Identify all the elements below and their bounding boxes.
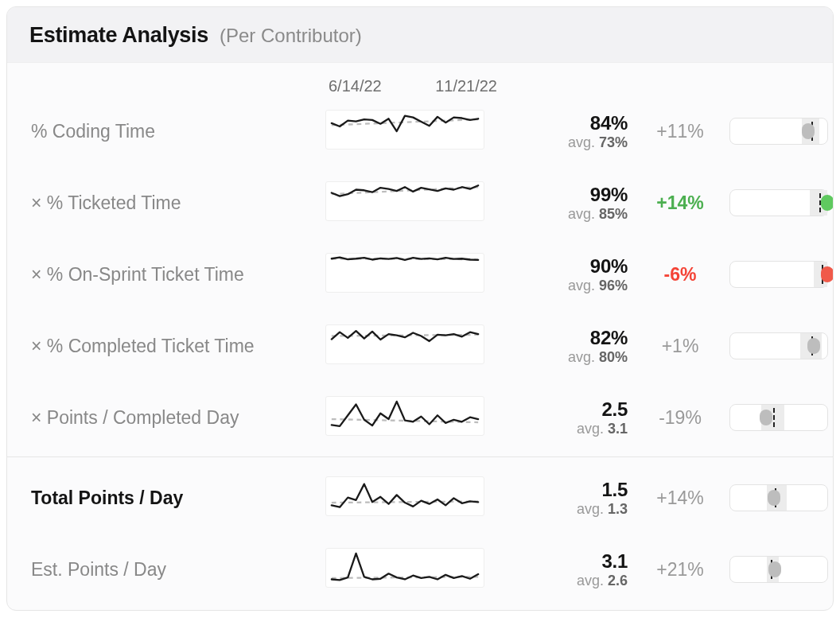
- indicator-cell: [723, 189, 834, 216]
- sparkline-chart: [325, 110, 484, 150]
- metric-change: -19%: [628, 407, 723, 429]
- metric-avg: avg. 2.6: [515, 573, 628, 589]
- metric-value: 82%: [515, 327, 628, 349]
- metric-avg: avg. 85%: [515, 206, 628, 223]
- metric-change: +21%: [628, 559, 723, 581]
- sparkline-cell: [325, 181, 500, 224]
- indicator-cell: [723, 118, 834, 145]
- metric-change: +11%: [628, 121, 723, 142]
- sparkline-chart: [325, 396, 484, 436]
- metric-value: 84%: [515, 112, 628, 134]
- indicator-cell: [723, 332, 834, 359]
- sparkline-cell: [325, 548, 500, 591]
- metric-label: × % Ticketed Time: [7, 192, 325, 214]
- distribution-indicator: [729, 332, 828, 359]
- distribution-indicator: [729, 556, 828, 583]
- metric-label: × % On-Sprint Ticket Time: [7, 264, 325, 285]
- metric-row: Total Points / Day 1.5 avg. 1.3 +14%: [7, 462, 833, 534]
- sparkline-chart: [325, 253, 484, 293]
- distribution-indicator: [729, 484, 828, 511]
- sparkline-cell: [325, 324, 500, 367]
- metric-change: +1%: [628, 336, 723, 357]
- panel-title: Estimate Analysis: [29, 23, 208, 48]
- sparkline-chart: [325, 324, 484, 364]
- metric-values: 90% avg. 96%: [500, 255, 628, 294]
- metric-label: Total Points / Day: [7, 487, 325, 509]
- metric-row: × % Ticketed Time 99% avg. 85% +14%: [7, 167, 833, 239]
- distribution-indicator: [729, 189, 828, 216]
- estimate-analysis-panel: Estimate Analysis (Per Contributor) 6/14…: [6, 6, 834, 611]
- panel-subtitle: (Per Contributor): [220, 25, 362, 47]
- date-range-row: 6/14/22 11/21/22: [7, 63, 833, 95]
- metric-avg: avg. 3.1: [515, 421, 628, 437]
- sparkline-cell: [325, 476, 500, 519]
- date-start: 6/14/22: [329, 77, 382, 95]
- metric-values: 99% avg. 85%: [500, 184, 628, 223]
- sparkline-cell: [325, 396, 500, 439]
- metric-row: % Coding Time 84% avg. 73% +11%: [7, 95, 833, 167]
- metric-values: 1.5 avg. 1.3: [500, 479, 628, 518]
- sparkline-cell: [325, 110, 500, 153]
- metric-rows-bottom: Total Points / Day 1.5 avg. 1.3 +14% Est…: [7, 457, 833, 610]
- sparkline-cell: [325, 253, 500, 296]
- metric-values: 84% avg. 73%: [500, 112, 628, 151]
- indicator-cell: [723, 484, 834, 511]
- metric-row: × % On-Sprint Ticket Time 90% avg. 96% -…: [7, 239, 833, 310]
- metric-change: +14%: [628, 192, 723, 214]
- metric-values: 2.5 avg. 3.1: [500, 398, 628, 437]
- sparkline-chart: [325, 476, 484, 516]
- indicator-cell: [723, 556, 834, 583]
- distribution-indicator: [729, 261, 828, 288]
- metric-value: 3.1: [515, 550, 628, 573]
- metric-rows-top: % Coding Time 84% avg. 73% +11% × % Tick…: [7, 95, 833, 453]
- metric-value: 90%: [515, 255, 628, 278]
- metric-row: Est. Points / Day 3.1 avg. 2.6 +21%: [7, 534, 833, 605]
- sparkline-chart: [325, 548, 484, 588]
- metric-avg: avg. 80%: [515, 349, 628, 366]
- distribution-indicator: [729, 404, 828, 431]
- indicator-cell: [723, 261, 834, 288]
- sparkline-chart: [325, 181, 484, 221]
- panel-header: Estimate Analysis (Per Contributor): [7, 7, 833, 63]
- metric-avg: avg. 1.3: [515, 501, 628, 518]
- metric-label: Est. Points / Day: [7, 559, 325, 581]
- metric-avg: avg. 96%: [515, 278, 628, 294]
- metric-values: 3.1 avg. 2.6: [500, 550, 628, 589]
- metric-change: +14%: [628, 487, 723, 509]
- metric-label: × % Completed Ticket Time: [7, 336, 325, 357]
- indicator-cell: [723, 404, 834, 431]
- metric-label: × Points / Completed Day: [7, 407, 325, 429]
- date-end: 11/21/22: [435, 77, 497, 95]
- metric-value: 1.5: [515, 479, 628, 501]
- metric-row: × Points / Completed Day 2.5 avg. 3.1 -1…: [7, 382, 833, 453]
- metric-change: -6%: [628, 264, 723, 285]
- metric-label: % Coding Time: [7, 121, 325, 142]
- metric-values: 82% avg. 80%: [500, 327, 628, 366]
- metric-avg: avg. 73%: [515, 134, 628, 151]
- metric-value: 99%: [515, 184, 628, 206]
- metric-row: × % Completed Ticket Time 82% avg. 80% +…: [7, 310, 833, 382]
- distribution-indicator: [729, 118, 828, 145]
- metric-value: 2.5: [515, 398, 628, 421]
